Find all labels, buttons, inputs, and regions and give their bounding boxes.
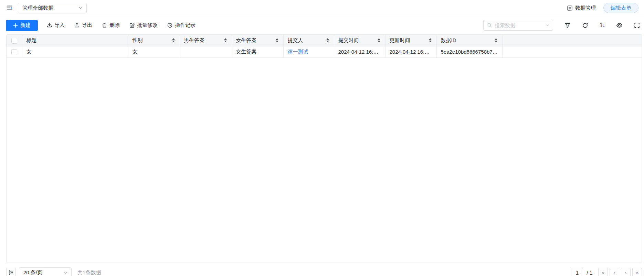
column-label: 提交人 <box>288 37 303 44</box>
import-button[interactable]: 导入 <box>46 22 65 29</box>
search-box[interactable] <box>483 20 553 31</box>
cell-submit-time: 2024-04-12 16:54:19 <box>334 46 385 57</box>
search-input[interactable] <box>495 22 543 28</box>
cell-title: 女 <box>22 46 128 57</box>
data-scope-select[interactable]: 管理全部数据 <box>18 3 87 13</box>
sort-caret-icon[interactable] <box>428 38 432 43</box>
column-header-update-time: 更新时间 <box>385 35 436 46</box>
refresh-icon[interactable] <box>582 22 588 29</box>
batch-edit-label: 批量修改 <box>137 22 158 29</box>
import-icon <box>46 22 52 28</box>
row-checkbox[interactable] <box>11 49 17 55</box>
column-header-filler <box>502 35 642 46</box>
cell-gender: 女 <box>128 46 180 57</box>
table-header-row: 标题 性别 男生答案 女生答案 提交人 提交时间 更新时间 <box>7 35 642 46</box>
toolbar: 新建 导入 导出 删除 批量修 <box>0 16 644 34</box>
cell-girl-answer: 女生答案 <box>232 46 283 57</box>
data-scope-select-value: 管理全部数据 <box>22 5 53 11</box>
sort-caret-icon[interactable] <box>326 38 330 43</box>
fullscreen-icon[interactable] <box>634 22 640 28</box>
total-count-text: 共1条数据 <box>77 269 101 276</box>
page-total-text: / 1 <box>587 270 592 276</box>
data-manage-button[interactable]: 数据管理 <box>567 5 596 11</box>
chevron-down-icon <box>545 23 550 28</box>
column-header-submit-time: 提交时间 <box>334 35 385 46</box>
next-page-button[interactable]: › <box>621 268 631 276</box>
last-page-button[interactable]: » <box>632 268 642 276</box>
form-list-icon <box>567 5 573 11</box>
page-size-value: 20 条/页 <box>23 269 42 276</box>
sort-caret-icon[interactable] <box>494 38 498 43</box>
top-bar: 管理全部数据 数据管理 编辑表单 <box>0 0 644 16</box>
trash-icon <box>102 22 107 28</box>
cell-update-time: 2024-04-12 16:54:45 <box>385 46 436 57</box>
edit-icon <box>129 22 135 28</box>
edit-form-label: 编辑表单 <box>611 5 631 11</box>
new-button[interactable]: 新建 <box>6 20 38 31</box>
column-header-boy-answer: 男生答案 <box>180 35 232 46</box>
prev-page-button[interactable]: ‹ <box>610 268 619 276</box>
first-page-button[interactable]: « <box>598 268 608 276</box>
page-size-select[interactable]: 20 条/页 <box>19 267 72 276</box>
column-label: 提交时间 <box>338 37 359 44</box>
import-label: 导入 <box>54 22 65 29</box>
clock-icon <box>167 22 173 28</box>
operation-log-label: 操作记录 <box>175 22 196 29</box>
chevron-down-icon <box>63 270 68 275</box>
page-number-input[interactable] <box>571 268 583 276</box>
operation-log-button[interactable]: 操作记录 <box>167 22 196 29</box>
data-grid: 标题 性别 男生答案 女生答案 提交人 提交时间 更新时间 <box>6 34 642 263</box>
delete-button[interactable]: 删除 <box>102 22 120 29</box>
sort-caret-icon[interactable] <box>377 38 381 43</box>
sort-caret-icon[interactable] <box>171 38 176 43</box>
chevron-down-icon <box>78 6 83 10</box>
menu-fold-icon[interactable] <box>6 4 13 11</box>
column-label: 性别 <box>133 37 143 44</box>
cell-boy-answer <box>180 46 232 57</box>
filter-icon[interactable] <box>564 22 571 29</box>
sort-caret-icon[interactable] <box>223 38 228 43</box>
column-header-data-id: 数据ID <box>436 35 502 46</box>
search-icon <box>487 23 492 28</box>
delete-label: 删除 <box>109 22 120 29</box>
edit-form-button[interactable]: 编辑表单 <box>603 3 638 13</box>
new-button-label: 新建 <box>20 22 31 29</box>
column-visibility-eye-icon[interactable] <box>616 22 623 29</box>
column-header-title: 标题 <box>22 35 128 46</box>
data-manage-label: 数据管理 <box>575 5 596 11</box>
column-header-gender: 性别 <box>128 35 180 46</box>
column-label: 女生答案 <box>236 37 257 44</box>
column-label: 更新时间 <box>390 37 410 44</box>
pagination-bar: 20 条/页 共1条数据 / 1 « ‹ › » <box>6 266 642 276</box>
plus-icon <box>13 23 18 28</box>
column-label: 男生答案 <box>184 37 205 44</box>
select-all-checkbox[interactable] <box>11 38 17 44</box>
submitter-link[interactable]: 谭一测试 <box>288 49 308 54</box>
table-row[interactable]: 女 女 女生答案 谭一测试 2024-04-12 16:54:19 2024-0… <box>7 46 642 57</box>
export-icon <box>74 22 80 28</box>
column-label: 数据ID <box>441 37 456 44</box>
batch-edit-button[interactable]: 批量修改 <box>129 22 158 29</box>
column-header-submitter: 提交人 <box>283 35 334 46</box>
cell-data-id: 5ea2e10bd5666758b7320702 <box>436 46 502 57</box>
column-label: 标题 <box>27 37 37 44</box>
export-label: 导出 <box>82 22 92 29</box>
export-button[interactable]: 导出 <box>74 22 92 29</box>
sort-caret-icon[interactable] <box>275 38 279 43</box>
cell-filler <box>502 46 642 57</box>
row-height-icon[interactable] <box>6 268 16 276</box>
column-header-girl-answer: 女生答案 <box>232 35 283 46</box>
sort-order-icon[interactable]: 1↓ <box>600 22 605 29</box>
